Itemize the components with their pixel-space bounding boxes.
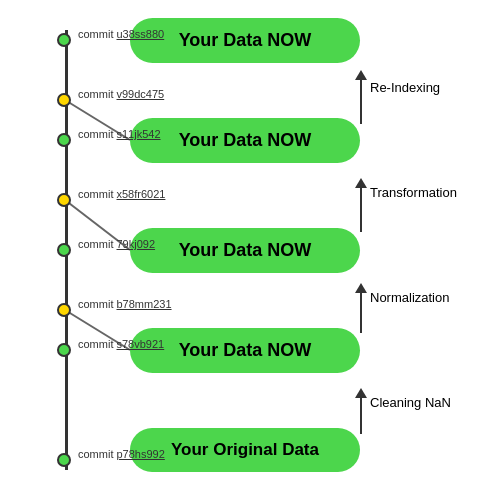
arrow-head-3 [355,283,367,293]
commit-label-8: commit p78hs992 [78,448,165,460]
arrow-label-reindexing: Re-Indexing [370,80,440,95]
arrow-reindexing [355,70,367,124]
commit-dot-8 [57,453,71,467]
commit-label-2: commit v99dc475 [78,88,164,100]
node-4: Your Data NOW [130,328,360,373]
commit-dot-2 [57,93,71,107]
arrow-transformation [355,178,367,232]
commit-dot-7 [57,343,71,357]
commit-dot-3 [57,133,71,147]
arrow-label-cleaning: Cleaning NaN [370,395,451,410]
arrow-normalization [355,283,367,333]
commit-dot-4 [57,193,71,207]
arrow-head-2 [355,178,367,188]
arrow-line-4 [360,398,362,434]
node-1: Your Data NOW [130,18,360,63]
node-2: Your Data NOW [130,118,360,163]
commit-label-5: commit 79kj092 [78,238,155,250]
commit-label-3: commit s11jk542 [78,128,161,140]
arrow-line-3 [360,293,362,333]
arrow-head-1 [355,70,367,80]
commit-label-6: commit b78mm231 [78,298,172,310]
arrow-head-4 [355,388,367,398]
commit-dot-1 [57,33,71,47]
diagram-container: Your Data NOW Your Data NOW Your Data NO… [0,0,500,500]
commit-label-7: commit s78vb921 [78,338,164,350]
arrow-cleaning [355,388,367,434]
arrow-line-1 [360,80,362,124]
arrow-label-transformation: Transformation [370,185,457,200]
commit-label-4: commit x58fr6021 [78,188,165,200]
commit-dot-6 [57,303,71,317]
commit-dot-5 [57,243,71,257]
arrow-label-normalization: Normalization [370,290,449,305]
commit-label-1: commit u38ss880 [78,28,164,40]
arrow-line-2 [360,188,362,232]
node-3: Your Data NOW [130,228,360,273]
